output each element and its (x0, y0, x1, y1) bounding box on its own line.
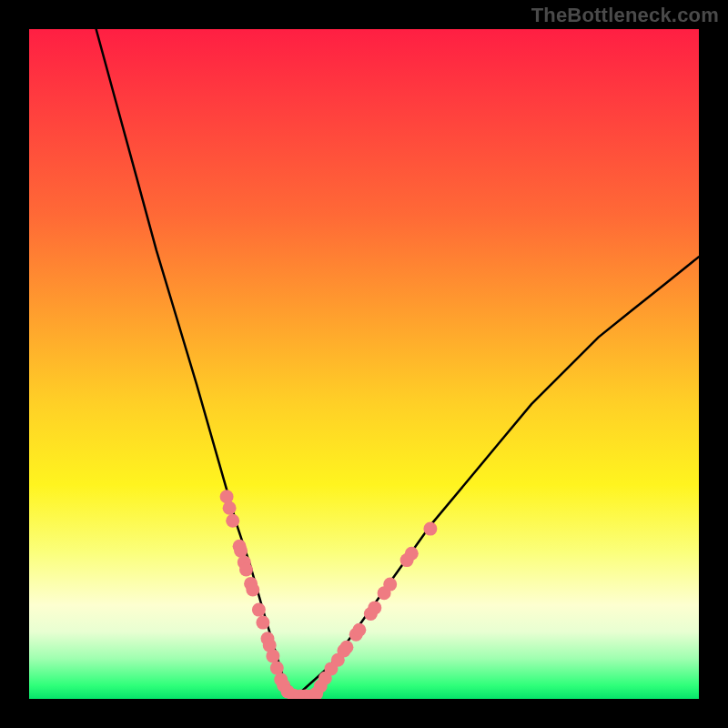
data-marker (252, 603, 266, 617)
data-marker (423, 522, 437, 536)
data-marker (223, 501, 237, 515)
data-marker (226, 514, 239, 528)
data-marker (352, 623, 366, 637)
data-marker (220, 490, 234, 503)
watermark-text: TheBottleneck.com (531, 4, 719, 27)
data-marker (368, 601, 381, 614)
marker-cluster-right (309, 522, 437, 699)
data-marker (239, 563, 253, 577)
data-marker (266, 649, 279, 662)
curve-line (96, 29, 699, 695)
chart-frame: TheBottleneck.com (0, 0, 728, 728)
marker-cluster-left (220, 490, 318, 699)
plot-area (29, 29, 699, 699)
data-marker (246, 583, 259, 597)
chart-svg (29, 29, 699, 699)
data-marker (405, 547, 419, 561)
data-marker (234, 544, 248, 558)
data-marker (383, 578, 397, 592)
data-marker (339, 641, 353, 654)
data-marker (256, 616, 269, 630)
